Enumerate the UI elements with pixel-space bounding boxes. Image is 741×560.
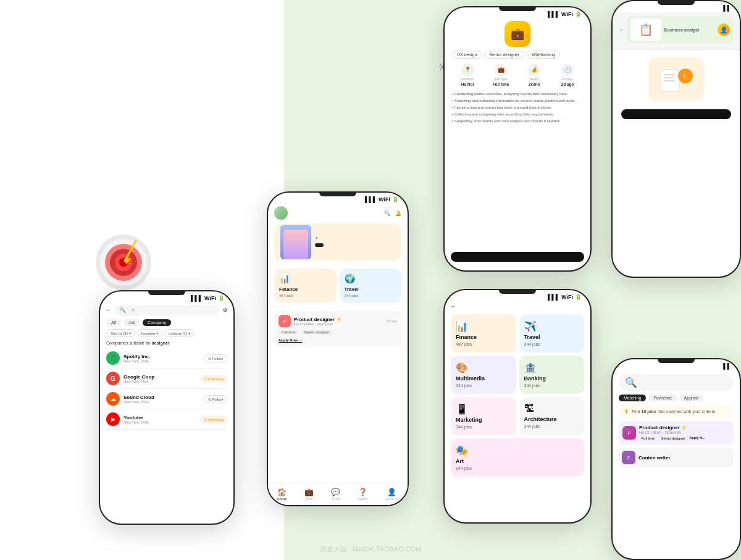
promo-banner[interactable]: ✦ <box>274 224 401 261</box>
home-header: 🔍 🔔 <box>274 206 401 220</box>
jobtype-icon: 💼 <box>495 64 507 76</box>
search-bar-row: ← 🔍 ✕ ⚙ <box>106 305 227 316</box>
close-icon[interactable]: ✕ <box>131 307 135 313</box>
quizz-icon: ❓ <box>358 488 367 496</box>
sort-filter[interactable]: Sort by (1) ▾ <box>106 329 135 337</box>
home-icon: 🏠 <box>277 488 287 496</box>
target-icon <box>86 222 161 296</box>
company-item-spotify: 🎵 Spotify Inc. New York, USA ⊙ Follow <box>106 348 227 369</box>
tab-company[interactable]: Company <box>143 319 171 326</box>
trending-header: ← <box>451 304 584 309</box>
status-icons: ▌▌▌ WiFi 🔋 <box>548 11 582 17</box>
architecture-category[interactable]: 🏗 Architecture 344 jobs <box>519 397 585 435</box>
status-icons: ▌▌ <box>723 363 731 369</box>
matching-content: 🔍 Matching Favorited Applied 💡 Find 18 j… <box>613 370 740 471</box>
finance-card[interactable]: 📊 Finance 487 jobs <box>274 269 337 303</box>
status-icons: ▌▌▌ WiFi 🔋 <box>548 294 582 300</box>
nav-quizz[interactable]: ❓Quizz <box>358 488 367 501</box>
back-arrow[interactable]: ← <box>106 307 111 313</box>
location-filter[interactable]: Location ▾ <box>137 329 162 337</box>
account-icon: 👤 <box>387 488 396 496</box>
header-icons: 🔍 🔔 <box>384 211 401 216</box>
search-box[interactable]: 🔍 <box>619 374 734 391</box>
applied-tab[interactable]: Applied <box>679 395 703 401</box>
company-item-soundcloud: ☁ Sound Cloud New York, USA ⊙ Follow <box>106 389 227 409</box>
matching-tab[interactable]: Matching <box>619 395 646 401</box>
marketing-icon: 📱 <box>456 403 511 415</box>
salary-info: 💰 Salary 2k/mo <box>519 64 550 86</box>
nav-home[interactable]: 🏠Home <box>277 488 287 501</box>
travel-card[interactable]: 🌍 Travel 344 jobs <box>340 269 402 303</box>
notch <box>499 7 536 11</box>
nav-account[interactable]: 👤Account <box>385 488 399 501</box>
favorited-tab[interactable]: Favorited <box>648 395 676 401</box>
youtube-info: Youtube New York, USA <box>124 415 196 424</box>
notch <box>499 290 536 294</box>
home-content: 🔍 🔔 ✦ 📊 Finance 487 jobs <box>268 204 408 503</box>
chat-icon: 💬 <box>331 488 340 496</box>
following-button-youtube[interactable]: ⊙ Following <box>200 416 227 423</box>
back-icon[interactable]: ← <box>619 27 624 33</box>
detail-fragment: ← 📋 Business analyst 👤 <box>613 12 740 50</box>
avatar-fragment: 👤 <box>718 23 730 36</box>
finance-category[interactable]: 📊 Finance 487 jobs <box>451 314 516 353</box>
company-logo-area: 💼 <box>452 21 583 47</box>
upload-illustration: ↑ <box>648 57 704 101</box>
content-writer-logo: C <box>622 451 635 464</box>
following-button-google[interactable]: ⊙ Following <box>200 375 227 382</box>
go-home-button[interactable] <box>621 109 731 119</box>
travel-category[interactable]: ✈️ Travel 344 jobs <box>519 314 585 353</box>
banking-icon: 🏦 <box>524 362 580 374</box>
trending-grid: 📊 Finance 487 jobs ✈️ Travel 344 jobs 🎨 … <box>451 314 584 435</box>
product-designer-card[interactable]: P Product designer ⚡ Ho Chi Minh · 2k/mo… <box>274 311 401 347</box>
nav-chat[interactable]: 💬Chat <box>331 488 340 501</box>
follow-button-soundcloud[interactable]: ⊙ Follow <box>204 395 227 403</box>
soundcloud-info: Sound Cloud New York, USA <box>124 395 200 404</box>
follow-button-spotify[interactable]: ⊙ Follow <box>204 354 227 362</box>
multimedia-category[interactable]: 🎨 Multimedia 344 jobs <box>451 356 516 394</box>
banner-person <box>280 225 311 259</box>
suitable-job-product-designer[interactable]: P Product designer ⚡ Ho Chi Minh · 2k/mo… <box>619 421 734 445</box>
status-icons: ▌▌▌ WiFi 🔋 <box>365 196 399 203</box>
match-tabs: Matching Favorited Applied <box>619 395 734 401</box>
info-grid: 📍 Location Ha Noi 💼 Job type Full time 💰… <box>452 64 583 86</box>
watermark: 易道大咖 · IAMDK.TAOBAO.COM <box>320 545 422 554</box>
art-category[interactable]: 🎭 Art 344 jobs <box>451 438 584 477</box>
industry-filter[interactable]: Industry (1) ▾ <box>164 329 195 337</box>
join-button[interactable] <box>315 243 324 247</box>
apply-now-button[interactable] <box>451 252 584 262</box>
youtube-logo: ▶ <box>106 412 120 426</box>
phone-search: ▌▌▌ WiFi 🔋 ← 🔍 ✕ ⚙ All Job Company Sort … <box>99 290 235 525</box>
filter-icon[interactable]: ⚙ <box>223 307 227 313</box>
search-icon[interactable]: 🔍 <box>384 211 390 216</box>
fragment-header: ← 📋 Business analyst 👤 <box>619 16 734 43</box>
doc-illustration: 📋 <box>630 19 661 41</box>
phone-job-detail: ▌▌▌ WiFi 🔋 💼 UX design Senior designer W… <box>443 6 592 272</box>
tab-all[interactable]: All <box>106 319 121 326</box>
job-info: Product designer ⚡ Ho Chi Minh · 2k/mont… <box>294 317 342 326</box>
spotify-logo: 🎵 <box>106 351 120 365</box>
nav-jobs[interactable]: 💼Jobs <box>304 488 314 501</box>
filter-pills: Sort by (1) ▾ Location ▾ Industry (1) ▾ <box>106 329 227 337</box>
apply-n-link[interactable]: Apply N... <box>689 436 705 441</box>
location-icon: 📍 <box>461 64 474 76</box>
notch <box>148 291 185 295</box>
bell-icon[interactable]: 🔔 <box>395 211 401 216</box>
banking-category[interactable]: 🏦 Banking 344 jobs <box>519 356 585 394</box>
company-logo-detail: 💼 <box>504 21 530 47</box>
upload-body: ↑ <box>613 50 740 127</box>
content-writer-card[interactable]: C Conten writer <box>619 448 734 467</box>
search-input-box[interactable]: 🔍 ✕ <box>115 305 219 316</box>
search-content: ← 🔍 ✕ ⚙ All Job Company Sort by (1) ▾ Lo… <box>100 303 233 521</box>
apply-now-link[interactable]: Apply Now → <box>278 338 303 342</box>
posted-info: 🕐 Posted 2d ago <box>552 64 583 86</box>
suitable-tags: Full time Senior designer Apply N... <box>639 436 730 441</box>
content-writer-info: Conten writer <box>638 455 671 461</box>
marketing-category[interactable]: 📱 Marketing 344 jobs <box>451 397 516 435</box>
product-designer-logo: P <box>278 315 291 327</box>
tab-job[interactable]: Job <box>124 319 140 326</box>
companies-header: Companies suitable for designer <box>106 341 227 345</box>
jobtype-info: 💼 Job type Full time <box>485 64 516 86</box>
back-arrow[interactable]: ← <box>451 304 456 309</box>
illustration-area: 📋 Business analyst 👤 <box>627 16 734 43</box>
